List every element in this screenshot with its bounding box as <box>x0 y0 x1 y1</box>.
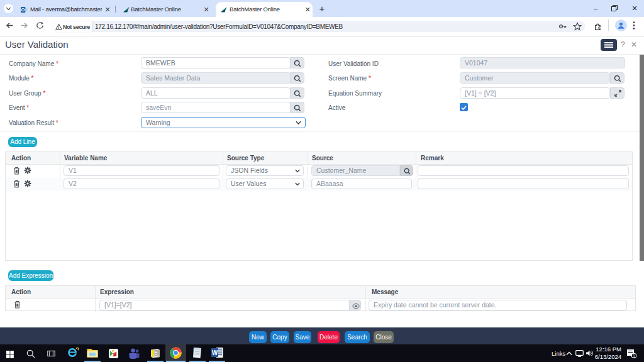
svg-text:1: 1 <box>633 354 635 358</box>
svg-text:W: W <box>212 349 218 356</box>
